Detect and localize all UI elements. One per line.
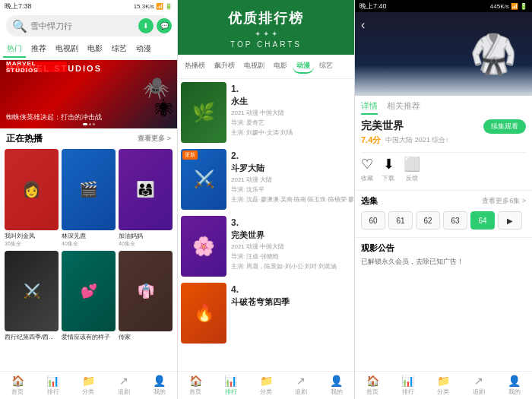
detail-tabs: 详情 相关推荐	[361, 100, 526, 115]
thumb-5: 👘	[119, 251, 173, 332]
list-item[interactable]: ⚔️ 西行纪第四季/西...	[5, 251, 59, 342]
tab-related[interactable]: 相关推荐	[387, 100, 420, 115]
now-playing-title: 正在热播	[6, 132, 43, 145]
item-sublabel-0: 36集全	[5, 240, 59, 248]
episode-play-btn[interactable]: ▶	[498, 211, 522, 230]
status-icons-left: 15.3K/s 📶 🔋	[134, 3, 173, 10]
search-bar-icons: ⬇ 💬	[138, 18, 172, 33]
status-bar-left: 晚上7:38 15.3K/s 📶 🔋	[0, 0, 177, 12]
back-button[interactable]: ‹	[361, 18, 365, 32]
download-icon: ⬇	[383, 156, 394, 173]
bottom-nav-left: 🏠 首页 📊 排行 📁 分类 ↗ 追剧 👤 我的	[0, 371, 177, 399]
right-nav-rank[interactable]: 📊 排行	[391, 375, 426, 396]
episode-btn-63[interactable]: 63	[443, 211, 467, 230]
category-icon: 📁	[82, 375, 95, 387]
action-collect[interactable]: ♡ 收藏	[361, 156, 373, 182]
movie-title-row: 完美世界 7.4分 中国大陆 2021 综合↑ 续集观看	[361, 119, 526, 146]
episodes-more[interactable]: 查看更多6集 >	[482, 196, 526, 206]
hero-gradient	[355, 65, 532, 96]
right-nav-mine[interactable]: 👤 我的	[496, 375, 532, 396]
item-label-3: 西行纪第四季/西...	[5, 333, 59, 341]
list-item[interactable]: 👘 传家	[119, 251, 173, 342]
right-nav-category[interactable]: 📁 分类	[426, 375, 461, 396]
rating-meta: 中国大陆 2021 综合↑	[385, 135, 449, 145]
rating-row: 7.4分 中国大陆 2021 综合↑	[361, 135, 449, 146]
rank-tab-variety[interactable]: 综艺	[315, 59, 337, 74]
rank-info-0: 1. 永生 2021 动漫 中国大陆 导演: 爱奇艺 主演: 刘媛中·文涛·刘瑀	[231, 82, 351, 143]
list-item[interactable]: 更新 ⚔️ 2. 斗罗大陆 2021 动漫 大陆 导演: 沈乐平 主演: 沈磊·…	[181, 149, 351, 210]
rank-tab-tv[interactable]: 电视剧	[240, 59, 268, 74]
feedback-icon: ⬜	[404, 156, 420, 173]
mine-icon: 👤	[153, 375, 166, 387]
tab-anime[interactable]: 动漫	[132, 41, 155, 58]
title-cn: 优质排行榜	[184, 9, 348, 27]
green-icon[interactable]: ⬇	[138, 18, 154, 33]
episodes-section: 选集 查看更多6集 > 60 61 62 63 64 ▶	[355, 191, 532, 234]
list-item[interactable]: 🔥 4. 斗破苍穹第四季	[181, 283, 351, 344]
search-bar[interactable]: 🔍 ⬇ 💬	[6, 15, 171, 36]
right-nav-home[interactable]: 🏠 首页	[355, 375, 391, 396]
episode-btn-62[interactable]: 62	[416, 211, 440, 230]
rank-info-3: 4. 斗破苍穹第四季	[231, 283, 351, 344]
bottom-nav-category[interactable]: 📁 分类	[71, 375, 106, 396]
list-item[interactable]: 👩 我叫刘金凤 36集全	[5, 149, 59, 248]
item-label-5: 传家	[119, 333, 173, 341]
detail-section: 详情 相关推荐 完美世界 7.4分 中国大陆 2021 综合↑ 续集观看 ♡ 收…	[355, 96, 532, 191]
panel-left: 晚上7:38 15.3K/s 📶 🔋 🔍 ⬇ 💬 热门 推荐 电视剧 电影 综艺…	[0, 0, 177, 399]
chat-icon[interactable]: 💬	[157, 18, 172, 33]
rank-icon: 📊	[46, 375, 59, 387]
search-input[interactable]	[30, 21, 135, 30]
list-item[interactable]: 👨‍👩‍👧 加油妈妈 40集全	[119, 149, 173, 248]
rank-tab-anime[interactable]: 动漫	[293, 59, 314, 74]
home-icon-m: 🏠	[189, 375, 202, 387]
item-label-4: 爱情应该有的样子	[62, 333, 116, 341]
list-item[interactable]: 🎬 林深见鹿 40集全	[62, 149, 116, 248]
bottom-nav-home[interactable]: 🏠 首页	[0, 375, 36, 396]
bottom-nav-follow[interactable]: ↗ 追剧	[106, 375, 142, 396]
panel-right: 晚上7:40 445K/s 📶 🔋 ‹ 🥋 详情 相关推荐 完美世界 7.4分 …	[354, 0, 532, 399]
tab-hot[interactable]: 热门	[3, 41, 26, 58]
list-item[interactable]: 💕 爱情应该有的样子	[62, 251, 116, 342]
bottom-nav-mine[interactable]: 👤 我的	[141, 375, 177, 396]
action-download[interactable]: ⬇ 下载	[382, 156, 394, 182]
middle-nav-home[interactable]: 🏠 首页	[178, 375, 213, 396]
action-icons: ♡ 收藏 ⬇ 下载 ⬜ 反馈	[361, 152, 526, 185]
now-playing-more[interactable]: 查看更多 >	[138, 134, 171, 144]
tab-movie[interactable]: 电影	[84, 41, 106, 58]
status-bar-right: 晚上7:40 445K/s 📶 🔋	[355, 0, 532, 12]
rank-tab-rising[interactable]: 飙升榜	[211, 59, 239, 74]
rank-info-1: 2. 斗罗大陆 2021 动漫 大陆 导演: 沈乐平 主演: 沈磊·廖澳澳·吴南…	[231, 149, 354, 210]
action-feedback[interactable]: ⬜ 反馈	[404, 156, 420, 182]
hero-banner[interactable]: MARVEL STUDIOS MARVEL STUDIOS 🕷️ 🕷 蜘蛛侠英雄…	[0, 60, 177, 128]
middle-nav-rank[interactable]: 📊 排行	[213, 375, 248, 396]
episode-btn-64[interactable]: 64	[470, 211, 495, 230]
rank-thumb-3: 🔥	[181, 283, 226, 344]
middle-nav-mine[interactable]: 👤 我的	[319, 375, 354, 396]
thumb-1: 🎬	[62, 149, 116, 230]
episode-btn-61[interactable]: 61	[388, 211, 413, 230]
watch-button[interactable]: 续集观看	[483, 119, 526, 134]
tab-variety[interactable]: 综艺	[108, 41, 131, 58]
mine-icon-r: 👤	[508, 375, 521, 387]
category-icon-m: 📁	[260, 375, 273, 387]
middle-nav-follow[interactable]: ↗ 追剧	[283, 375, 318, 396]
bottom-nav-rank[interactable]: 📊 排行	[36, 375, 71, 396]
rank-tab-hot[interactable]: 热播榜	[181, 59, 209, 74]
middle-nav-category[interactable]: 📁 分类	[249, 375, 283, 396]
search-icon: 🔍	[12, 19, 27, 33]
hero-banner-text: 蜘蛛侠英雄决起：打击的冲击战	[6, 112, 102, 122]
right-hero: ‹ 🥋	[355, 12, 532, 96]
tab-recommend[interactable]: 推荐	[27, 41, 50, 58]
new-badge: 更新	[182, 150, 198, 160]
follow-icon-r: ↗	[474, 375, 483, 387]
tab-tv[interactable]: 电视剧	[52, 41, 82, 58]
announce-text: 已解锁永久会员，去除已知广告！	[361, 257, 526, 267]
rank-tab-movie[interactable]: 电影	[270, 59, 291, 74]
tab-detail[interactable]: 详情	[361, 100, 378, 115]
item-sublabel-2: 40集全	[119, 240, 173, 248]
heart-icon: ♡	[361, 156, 373, 173]
right-nav-follow[interactable]: ↗ 追剧	[461, 375, 497, 396]
list-item[interactable]: 🌸 3. 完美世界 2021 动漫 中国大陆 导演: 汪成·张晓晗 主演: 周晟…	[181, 216, 351, 277]
episode-btn-60[interactable]: 60	[361, 211, 385, 230]
list-item[interactable]: 🌿 1. 永生 2021 动漫 中国大陆 导演: 爱奇艺 主演: 刘媛中·文涛·…	[181, 82, 351, 143]
